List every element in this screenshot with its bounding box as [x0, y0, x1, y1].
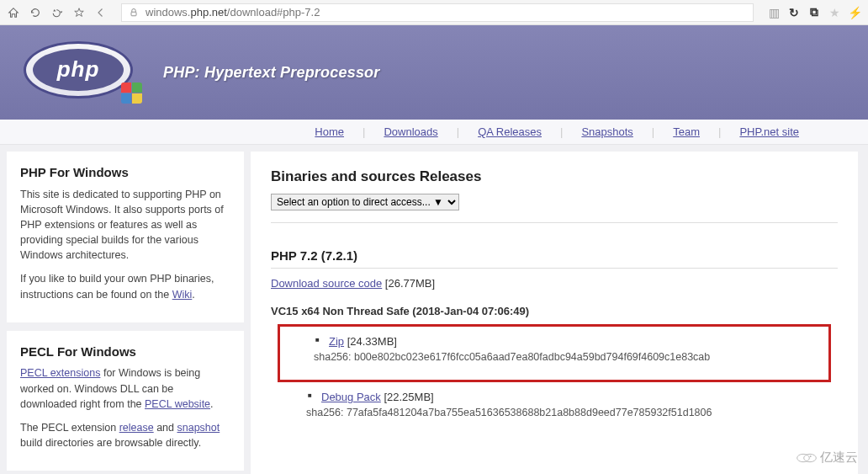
browser-right-icons: ▥ ↻ ⧉ ★ ⚡ — [767, 6, 861, 19]
zip-link[interactable]: Zip — [329, 335, 344, 348]
translate-icon[interactable]: ⧉ — [807, 6, 821, 19]
pecl-release-link[interactable]: release — [119, 422, 154, 434]
debug-link[interactable]: Debug Pack — [321, 391, 381, 403]
svg-rect-0 — [131, 12, 136, 16]
divider — [271, 222, 838, 223]
main-nav: Home| Downloads| QA Releases| Snapshots|… — [0, 120, 868, 145]
releases-heading: Binaries and sources Releases — [271, 168, 838, 185]
undo-dropdown-icon[interactable] — [50, 6, 64, 19]
main-content: Binaries and sources Releases Select an … — [251, 152, 858, 474]
highlighted-download: Zip [24.33MB] sha256: b00e802bc023e617f6… — [278, 324, 831, 382]
wiki-link[interactable]: Wiki — [172, 289, 193, 301]
fav-icon[interactable]: ★ — [828, 6, 841, 19]
main-layout: PHP For Windows This site is dedicated t… — [0, 145, 868, 474]
svg-point-2 — [804, 454, 817, 461]
flash-icon[interactable]: ⚡ — [848, 6, 861, 19]
build-heading: VC15 x64 Non Thread Safe (2018-Jan-04 07… — [271, 305, 838, 317]
nav-qa[interactable]: QA Releases — [478, 125, 542, 138]
windows-badge-icon — [121, 83, 145, 106]
zip-item: Zip [24.33MB] — [315, 335, 808, 348]
version-heading: PHP 7.2 (7.2.1) — [271, 248, 838, 269]
nav-home[interactable]: Home — [315, 125, 344, 138]
address-bar[interactable]: windows.php.net/download#php-7.2 — [121, 3, 754, 22]
browser-toolbar: windows.php.net/download#php-7.2 ▥ ↻ ⧉ ★… — [0, 0, 868, 25]
star-icon[interactable] — [72, 6, 86, 19]
source-download-link[interactable]: Download source code — [271, 277, 382, 290]
pecl-snapshot-link[interactable]: snapshot — [177, 422, 220, 434]
sidebar-p1: This site is dedicated to supporting PHP… — [20, 187, 230, 264]
debug-download: Debug Pack [22.25MB] sha256: 77afa5fa481… — [293, 391, 838, 418]
debug-sha: sha256: 77afa5fa481204a7ba755ea516365386… — [306, 407, 838, 418]
reader-icon[interactable]: ▥ — [767, 6, 781, 19]
sidebar-title-1: PHP For Windows — [20, 163, 230, 182]
back-icon[interactable] — [94, 6, 108, 19]
pecl-ext-link[interactable]: PECL extensions — [20, 367, 100, 379]
sidebar-php-windows: PHP For Windows This site is dedicated t… — [7, 152, 244, 322]
sidebar-pecl-windows: PECL For Windows PECL extensions for Win… — [7, 331, 244, 471]
direct-access-select[interactable]: Select an option to direct access... ▼ — [271, 194, 459, 210]
nav-snapshots[interactable]: Snapshots — [581, 125, 632, 138]
php-logo[interactable]: php — [24, 41, 141, 104]
tagline: PHP: Hypertext Preprocessor — [163, 64, 380, 82]
svg-point-3 — [810, 455, 812, 457]
home-icon[interactable] — [7, 6, 20, 19]
nav-phpnet[interactable]: PHP.net site — [739, 125, 799, 138]
refresh-icon[interactable] — [29, 6, 42, 19]
debug-item: Debug Pack [22.25MB] — [308, 391, 838, 403]
sidebar-title-2: PECL For Windows — [20, 343, 230, 361]
watermark: 亿速云 — [797, 450, 858, 466]
zip-sha: sha256: b00e802bc023e617f6fcc05a6aad7ea8… — [314, 351, 808, 363]
sidebar: PHP For Windows This site is dedicated t… — [0, 152, 244, 474]
page-header: php PHP: Hypertext Preprocessor — [0, 25, 868, 120]
sidebar-p2: If you like to build your own PHP binari… — [20, 271, 230, 301]
lock-icon — [127, 6, 140, 19]
pecl-website-link[interactable]: PECL website — [145, 398, 210, 410]
svg-point-1 — [797, 454, 810, 461]
sidebar-pecl-p2: The PECL extension release and snapshot … — [20, 420, 230, 450]
sidebar-pecl-p1: PECL extensions for Windows is being wor… — [20, 365, 230, 411]
sync-icon[interactable]: ↻ — [787, 6, 801, 19]
url-text: windows.php.net/download#php-7.2 — [146, 6, 320, 19]
source-line: Download source code [26.77MB] — [271, 277, 838, 290]
nav-downloads[interactable]: Downloads — [384, 125, 437, 138]
nav-team[interactable]: Team — [673, 125, 700, 138]
